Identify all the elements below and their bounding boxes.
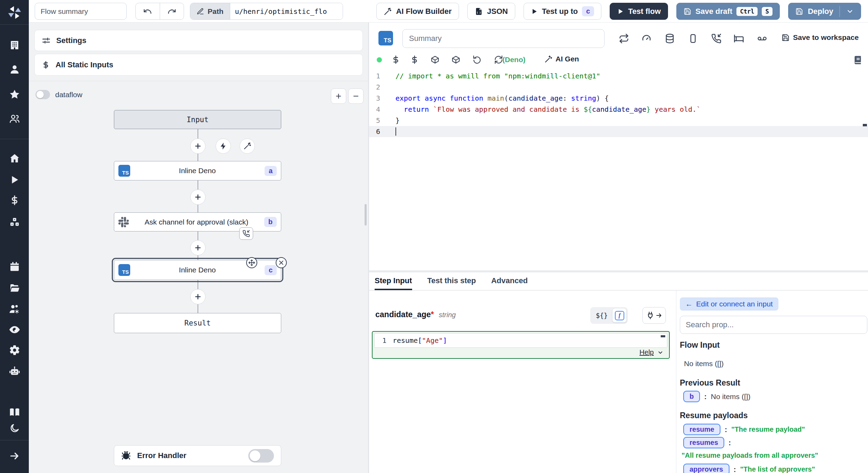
- star-icon[interactable]: [0, 89, 29, 100]
- variable-dollar-icon[interactable]: [391, 55, 400, 64]
- runs-play-icon[interactable]: [0, 175, 29, 185]
- arrow-left-icon: ←: [685, 300, 693, 308]
- add-step-button[interactable]: [190, 240, 206, 255]
- zoom-out-button[interactable]: −: [348, 88, 364, 104]
- search-prop-input[interactable]: [680, 316, 867, 334]
- flow-node-result[interactable]: Result: [114, 313, 281, 333]
- home-icon[interactable]: [0, 153, 29, 164]
- dataflow-toggle[interactable]: [35, 90, 50, 99]
- resources-boxes-icon[interactable]: [0, 217, 29, 228]
- windmill-logo[interactable]: [0, 5, 29, 20]
- redo-button[interactable]: [160, 3, 184, 19]
- folders-icon[interactable]: [0, 282, 29, 294]
- ai-gen-button[interactable]: AI Gen: [544, 55, 579, 63]
- all-static-inputs-card[interactable]: All Static Inputs: [34, 54, 363, 76]
- timeout-rect-icon[interactable]: [688, 33, 698, 44]
- delete-step-button[interactable]: [276, 257, 287, 268]
- cache-database-icon[interactable]: [665, 33, 675, 44]
- deploy-button[interactable]: Deploy: [788, 3, 861, 20]
- add-step-button[interactable]: [190, 189, 206, 205]
- chevron-down-icon[interactable]: [846, 8, 854, 15]
- flow-node-a[interactable]: TS Inline Deno a: [114, 161, 281, 180]
- save-draft-button[interactable]: Save draft Ctrl S: [676, 3, 780, 20]
- expression-editor[interactable]: 1 resume["Age"] Help: [372, 331, 670, 359]
- expression-line[interactable]: 1 resume["Age"]: [374, 333, 667, 348]
- summary-input[interactable]: [402, 29, 604, 48]
- groups-settings-icon[interactable]: [0, 303, 29, 315]
- settings-card[interactable]: Settings: [34, 30, 363, 51]
- tab-advanced[interactable]: Advanced: [491, 272, 528, 290]
- help-link[interactable]: Help: [640, 348, 663, 356]
- flow-panel-scrollbar[interactable]: [365, 204, 367, 226]
- ai-add-step-button[interactable]: [240, 138, 255, 154]
- prop-badge-resumes[interactable]: resumes: [683, 437, 724, 448]
- test-flow-button[interactable]: Test flow: [610, 3, 668, 20]
- save-icon: [684, 8, 691, 15]
- audit-eye-icon[interactable]: [0, 324, 29, 336]
- workspaces-icon[interactable]: [0, 40, 29, 51]
- reload-refresh-icon[interactable]: [494, 55, 503, 64]
- retries-icon[interactable]: [619, 33, 629, 44]
- save-to-workspace-button[interactable]: Save to workspace: [782, 33, 859, 42]
- package-icon[interactable]: [431, 55, 440, 64]
- undo-button[interactable]: [136, 3, 160, 19]
- settings-gear-icon[interactable]: [0, 344, 29, 356]
- deploy-separator: [840, 6, 840, 17]
- workers-robot-icon[interactable]: [0, 365, 29, 377]
- connect-input-button[interactable]: [642, 307, 666, 324]
- prop-badge-resume[interactable]: resume: [683, 424, 720, 435]
- tab-test-this-step[interactable]: Test this step: [427, 272, 476, 290]
- arrow-right-icon: [656, 312, 662, 319]
- resume-payloads-title: Resume payloads: [680, 411, 748, 420]
- prop-badge-b[interactable]: b: [683, 391, 700, 402]
- edit-or-connect-button[interactable]: ← Edit or connect an input: [680, 297, 778, 311]
- resumes-description: "All resume payloads from all approvers": [682, 451, 818, 459]
- package-icon[interactable]: [451, 55, 460, 64]
- plus-icon: [194, 193, 202, 201]
- slack-icon: [118, 217, 129, 227]
- variables-dollar-icon[interactable]: [0, 195, 29, 205]
- deno-runtime-label[interactable]: (Deno): [502, 56, 526, 64]
- template-mode-toggle[interactable]: ${}: [592, 312, 612, 319]
- add-trigger-button[interactable]: [216, 138, 231, 154]
- test-up-to-button[interactable]: Test up to c: [524, 3, 602, 20]
- mock-voicemail-icon[interactable]: [757, 33, 767, 44]
- expand-arrow-icon[interactable]: [0, 450, 29, 462]
- monaco-code-area[interactable]: 1// import * as wmill from "npm:windmill…: [369, 70, 868, 270]
- reset-rotate-ccw-icon[interactable]: [473, 55, 482, 64]
- flow-input-title: Flow Input: [680, 340, 720, 350]
- app-root: Path AI Flow Builder JSON Test up to c T…: [0, 0, 868, 473]
- kbd-ctrl: Ctrl: [736, 7, 758, 16]
- error-handler-toggle[interactable]: [248, 449, 274, 463]
- library-book-icon[interactable]: [853, 55, 862, 65]
- flow-node-input[interactable]: Input: [114, 110, 281, 129]
- flow-panel-divider: [29, 81, 368, 81]
- path-input[interactable]: [230, 3, 343, 19]
- zoom-in-button[interactable]: +: [331, 88, 346, 104]
- schedules-calendar-icon[interactable]: [0, 261, 29, 272]
- flow-node-b[interactable]: Ask channel for approval (slack) b: [114, 212, 281, 231]
- move-step-button[interactable]: [246, 257, 257, 268]
- prop-badge-approvers[interactable]: approvers: [683, 464, 729, 473]
- add-step-button[interactable]: [190, 289, 206, 304]
- concurrency-gauge-icon[interactable]: [641, 33, 652, 44]
- docs-book-icon[interactable]: [0, 407, 29, 418]
- error-handler-bar[interactable]: Error Handler: [114, 445, 281, 466]
- add-step-button[interactable]: [190, 138, 206, 154]
- suspend-phone-icon[interactable]: [711, 33, 721, 44]
- resource-dollar-icon[interactable]: [410, 55, 419, 64]
- sleep-bed-icon[interactable]: [734, 33, 744, 44]
- bottom-vertical-divider: [676, 290, 676, 473]
- typescript-icon: TS: [118, 165, 130, 177]
- user-icon[interactable]: [0, 64, 29, 75]
- suspend-phone-badge[interactable]: [239, 227, 253, 240]
- ai-flow-builder-button[interactable]: AI Flow Builder: [376, 3, 459, 20]
- dark-mode-moon-icon[interactable]: [0, 423, 29, 433]
- path-label[interactable]: Path: [190, 3, 230, 19]
- json-button[interactable]: JSON: [467, 3, 515, 20]
- code-editor-panel: TS Save to workspace (Deno) AI Gen 1// i…: [369, 23, 868, 270]
- user-group-icon[interactable]: [0, 113, 29, 124]
- tab-step-input[interactable]: Step Input: [375, 272, 412, 290]
- javascript-mode-toggle[interactable]: f: [612, 309, 626, 322]
- flow-summary-input[interactable]: [35, 3, 127, 20]
